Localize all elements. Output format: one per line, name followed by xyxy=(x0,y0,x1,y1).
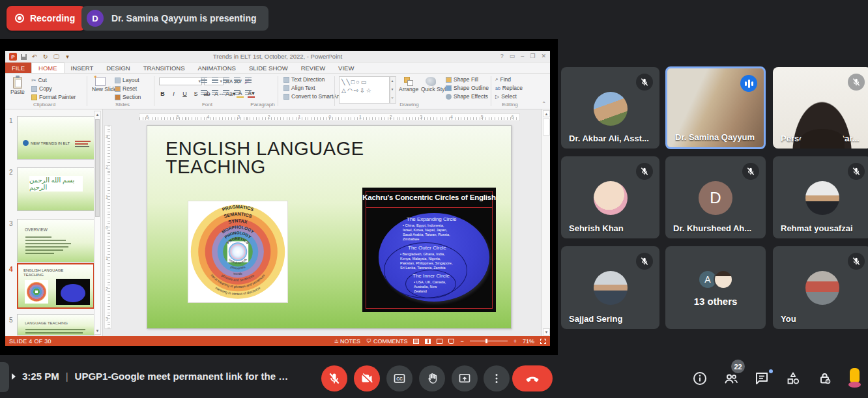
slide-title[interactable]: ENGLISH LANGUAGE TEACHING xyxy=(166,140,364,176)
scroll-down-icon[interactable]: ▼ xyxy=(94,328,100,334)
layout-button[interactable]: Layout xyxy=(115,77,139,83)
present-screen-button[interactable] xyxy=(452,365,478,391)
quick-styles-button[interactable]: Quick Styles xyxy=(421,77,441,92)
line-spacing-icon[interactable] xyxy=(245,78,252,83)
shape-outline-button[interactable]: Shape Outline xyxy=(446,85,489,91)
font-name-combobox[interactable] xyxy=(159,78,202,85)
ribbon-display-icon[interactable]: ▭ xyxy=(510,53,515,59)
collapse-ribbon-icon[interactable]: ⌃ xyxy=(542,101,546,107)
thumbnail-slide-5[interactable]: LANGUAGE TEACHING xyxy=(17,314,94,335)
help-icon[interactable]: ? xyxy=(500,53,504,59)
scrollbar-thumb[interactable] xyxy=(95,119,100,217)
columns-icon[interactable] xyxy=(245,90,252,95)
list-controls[interactable] xyxy=(201,78,252,83)
numbering-icon[interactable] xyxy=(212,78,218,83)
scroll-down-icon[interactable]: ▼ xyxy=(543,328,550,335)
meeting-details-button[interactable] xyxy=(692,371,708,386)
format-painter-button[interactable]: Format Painter xyxy=(31,94,76,100)
end-call-button[interactable] xyxy=(512,365,553,391)
bottom-bar-handle[interactable] xyxy=(0,362,9,392)
tab-animations[interactable]: ANIMATIONS xyxy=(192,63,242,73)
participant-tile-sajjad[interactable]: Sajjad Sering xyxy=(561,246,659,329)
thumbnail-slide-3[interactable]: OVERVIEW xyxy=(17,219,94,263)
participant-tile-khursheed[interactable]: D Dr. Khursheed Ah... xyxy=(665,156,766,238)
slideshow-view-icon[interactable] xyxy=(448,339,454,344)
tab-insert[interactable]: INSERT xyxy=(65,63,100,73)
align-right-icon[interactable] xyxy=(223,90,229,95)
tab-review[interactable]: REVIEW xyxy=(295,63,332,73)
reset-button[interactable]: Reset xyxy=(115,85,137,92)
convert-smartart-button[interactable]: Convert to SmartArt xyxy=(283,93,340,100)
paste-button[interactable]: Paste xyxy=(10,77,25,95)
zoom-out-icon[interactable]: − xyxy=(460,338,463,345)
linguistics-circles-image[interactable]: PRAGMATICS SEMANTICS SYNTAX MORPHOLOGY P… xyxy=(188,201,287,302)
arrange-button[interactable]: Arrange xyxy=(399,77,418,92)
fit-to-window-icon[interactable] xyxy=(540,339,546,344)
participant-tile-rehmat[interactable]: Rehmat yousafzai xyxy=(773,156,868,238)
scroll-up-icon[interactable]: ▲ xyxy=(543,110,550,117)
italic-button[interactable]: I xyxy=(170,91,177,97)
justify-icon[interactable] xyxy=(234,90,240,95)
chat-button[interactable] xyxy=(754,371,770,386)
shapes-gallery-scroll[interactable]: ▴▾▿ xyxy=(390,76,396,104)
thumbnail-slide-2[interactable]: بسم الله الرحمن الرحيم xyxy=(17,167,94,211)
camera-toggle-button[interactable] xyxy=(354,365,380,391)
underline-button[interactable]: U xyxy=(181,91,188,97)
kachru-circles-image[interactable]: Kachru's Concentric Circles of English T… xyxy=(362,188,496,312)
raise-hand-button[interactable] xyxy=(419,365,445,391)
notes-button[interactable]: ≐NOTES xyxy=(334,338,360,345)
thumbnail-scrollbar[interactable]: ▲ ▼ xyxy=(94,111,101,335)
align-center-icon[interactable] xyxy=(212,90,218,95)
host-controls-button[interactable] xyxy=(817,371,833,386)
cut-button[interactable]: ✂Cut xyxy=(31,77,47,83)
mic-toggle-button[interactable] xyxy=(321,365,347,391)
text-direction-button[interactable]: Text Direction xyxy=(283,76,325,83)
participant-tile-samina-speaking[interactable]: Dr. Samina Qayyum xyxy=(665,66,766,149)
more-options-button[interactable] xyxy=(484,365,510,391)
zoom-in-icon[interactable]: + xyxy=(514,338,517,345)
minimize-icon[interactable]: – xyxy=(521,53,524,59)
normal-view-icon[interactable] xyxy=(413,339,419,344)
decrease-indent-icon[interactable] xyxy=(223,78,229,83)
participant-tile-secretary[interactable]: Personal Secretar... xyxy=(773,67,868,149)
activities-button[interactable] xyxy=(785,371,801,386)
tab-home[interactable]: HOME xyxy=(31,63,65,73)
shadow-button[interactable]: S xyxy=(192,91,199,97)
copy-button[interactable]: Copy xyxy=(31,85,52,92)
participant-tile-sehrish[interactable]: Sehrish Khan xyxy=(561,156,659,238)
participant-tile-akbar[interactable]: Dr. Akbar Ali, Asst... xyxy=(561,67,659,149)
slide-canvas[interactable]: ENGLISH LANGUAGE TEACHING xyxy=(147,125,512,329)
slide-sorter-icon[interactable] xyxy=(425,339,431,344)
captions-button[interactable]: CC xyxy=(386,365,412,391)
participant-tile-others[interactable]: A 13 others xyxy=(665,246,766,329)
tab-file[interactable]: FILE xyxy=(5,63,31,73)
shape-fill-button[interactable]: Shape Fill xyxy=(446,76,478,83)
bold-button[interactable]: B xyxy=(159,91,166,97)
scroll-up-icon[interactable]: ▲ xyxy=(94,111,100,118)
find-button[interactable]: ⌕Find xyxy=(495,76,511,83)
reading-view-icon[interactable] xyxy=(437,339,442,344)
close-icon[interactable]: ✕ xyxy=(541,53,546,59)
ppt-window-controls[interactable]: ? ▭ – ❐ ✕ xyxy=(500,53,546,59)
section-button[interactable]: Section xyxy=(115,94,141,100)
tab-design[interactable]: DESIGN xyxy=(100,63,136,73)
increase-indent-icon[interactable] xyxy=(234,78,240,83)
thumbnail-slide-4-selected[interactable]: ENGLISH LANGUAGE TEACHING xyxy=(17,263,94,309)
align-left-icon[interactable] xyxy=(201,90,207,95)
thumbnail-slide-1[interactable]: NEW TRENDS IN ELT xyxy=(17,116,94,160)
new-slide-button[interactable]: New Slide xyxy=(92,77,109,92)
alignment-controls[interactable] xyxy=(201,90,252,95)
bullets-icon[interactable] xyxy=(201,78,207,83)
zoom-slider-handle[interactable] xyxy=(485,339,487,343)
shape-effects-button[interactable]: Shape Effects xyxy=(446,93,488,100)
participant-tile-you[interactable]: You xyxy=(773,246,868,329)
select-button[interactable]: ▷Select xyxy=(495,93,517,100)
comments-button[interactable]: 🗩COMMENTS xyxy=(366,338,408,345)
align-text-button[interactable]: Align Text xyxy=(283,85,315,91)
tab-slideshow[interactable]: SLIDE SHOW xyxy=(242,63,295,73)
zoom-slider[interactable] xyxy=(470,341,508,341)
restore-icon[interactable]: ❐ xyxy=(530,53,535,59)
tab-transitions[interactable]: TRANSITIONS xyxy=(137,63,192,73)
shapes-gallery[interactable]: ╲╲□○▭ △◠⇨⇩☆ ▴▾▿ xyxy=(339,76,390,104)
replace-button[interactable]: abReplace xyxy=(495,85,523,91)
